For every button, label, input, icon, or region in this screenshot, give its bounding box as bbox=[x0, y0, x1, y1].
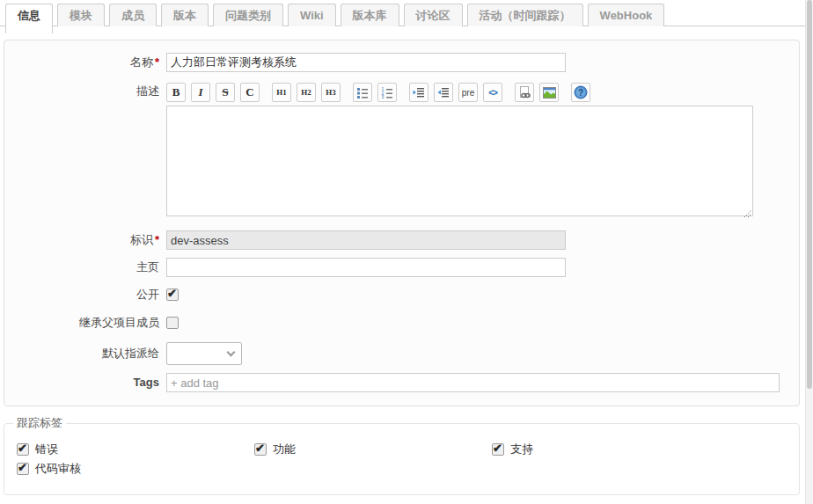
name-input[interactable] bbox=[166, 53, 566, 72]
tracker-support-label: 支持 bbox=[510, 442, 533, 457]
description-row: 描述 B I S C H1 H2 H3 bbox=[4, 82, 799, 230]
ordered-list-icon: 1 2 3 bbox=[381, 86, 393, 99]
ordered-list-button[interactable]: 1 2 3 bbox=[377, 83, 397, 102]
tracker-item-feature[interactable]: 功能 bbox=[254, 442, 492, 457]
inline-code-button[interactable]: C bbox=[240, 83, 260, 102]
tracker-support-checkbox[interactable] bbox=[492, 443, 504, 456]
heading1-button[interactable]: H1 bbox=[272, 83, 291, 102]
tags-input[interactable] bbox=[166, 373, 780, 392]
inherit-members-label: 继承父项目成员 bbox=[4, 316, 166, 330]
help-button[interactable]: ? bbox=[571, 83, 590, 102]
tags-label: Tags bbox=[4, 373, 166, 392]
name-label: 名称* bbox=[4, 53, 166, 72]
tab-webhook[interactable]: WebHook bbox=[588, 4, 665, 26]
tab-members[interactable]: 成员 bbox=[109, 4, 157, 26]
public-row: 公开 bbox=[4, 288, 799, 302]
default-assignee-row: 默认指派给 bbox=[4, 342, 799, 365]
tracker-item-support[interactable]: 支持 bbox=[492, 442, 729, 457]
tracker-bug-checkbox[interactable] bbox=[17, 443, 29, 456]
identifier-label: 标识* bbox=[4, 230, 166, 250]
indent-button[interactable] bbox=[409, 83, 428, 102]
tracker-list: 错误 功能 支持 代码审核 bbox=[17, 442, 738, 480]
bold-button[interactable]: B bbox=[166, 83, 186, 102]
required-asterisk: * bbox=[155, 233, 159, 246]
unordered-list-button[interactable] bbox=[353, 83, 372, 102]
identifier-row: 标识* bbox=[4, 230, 799, 250]
required-asterisk: * bbox=[155, 55, 159, 69]
tracker-code-review-checkbox[interactable] bbox=[17, 463, 29, 475]
unordered-list-icon bbox=[356, 86, 369, 99]
tab-modules[interactable]: 模块 bbox=[57, 4, 105, 26]
strikethrough-button[interactable]: S bbox=[216, 83, 235, 102]
outdent-button[interactable] bbox=[434, 83, 453, 102]
indent-icon bbox=[413, 86, 425, 99]
link-icon bbox=[518, 86, 531, 99]
italic-button[interactable]: I bbox=[191, 83, 210, 102]
scrollbar-thumb[interactable] bbox=[807, 0, 812, 389]
public-checkbox[interactable] bbox=[166, 289, 179, 301]
bold-icon: B bbox=[172, 85, 180, 99]
trackers-legend: 跟踪标签 bbox=[13, 415, 66, 431]
svg-text:3: 3 bbox=[382, 94, 385, 99]
settings-tabs: 信息 模块 成员 版本 问题类别 Wiki 版本库 讨论区 活动（时间跟踪） W… bbox=[0, 0, 805, 26]
identifier-input bbox=[166, 230, 566, 250]
heading1-icon: H1 bbox=[276, 88, 287, 97]
italic-icon: I bbox=[198, 85, 202, 99]
default-assignee-select[interactable] bbox=[166, 342, 242, 365]
code-block-icon: <> bbox=[488, 88, 497, 98]
link-button[interactable] bbox=[515, 83, 534, 102]
heading2-icon: H2 bbox=[301, 88, 311, 97]
tab-activities[interactable]: 活动（时间跟踪） bbox=[467, 4, 583, 26]
image-icon bbox=[543, 87, 556, 99]
heading2-button[interactable]: H2 bbox=[297, 83, 316, 102]
outdent-icon bbox=[437, 86, 450, 99]
default-assignee-label: 默认指派给 bbox=[4, 342, 166, 365]
description-label: 描述 bbox=[4, 82, 166, 101]
homepage-label: 主页 bbox=[4, 258, 166, 277]
description-textarea[interactable] bbox=[166, 106, 753, 216]
tab-repository[interactable]: 版本库 bbox=[341, 4, 399, 26]
description-toolbar: B I S C H1 H2 H3 1 2 bbox=[166, 82, 753, 103]
help-icon: ? bbox=[574, 85, 588, 99]
inherit-members-checkbox[interactable] bbox=[166, 317, 179, 329]
tab-issue-categories[interactable]: 问题类别 bbox=[213, 4, 283, 26]
tracker-code-review-label: 代码审核 bbox=[35, 461, 81, 477]
inherit-members-row: 继承父项目成员 bbox=[4, 316, 799, 330]
tags-row: Tags bbox=[4, 373, 799, 392]
tab-versions[interactable]: 版本 bbox=[161, 4, 209, 26]
public-label: 公开 bbox=[4, 288, 166, 302]
strikethrough-icon: S bbox=[222, 85, 228, 99]
tracker-item-code-review[interactable]: 代码审核 bbox=[17, 461, 254, 477]
tracker-feature-label: 功能 bbox=[273, 442, 296, 457]
homepage-row: 主页 bbox=[4, 258, 799, 277]
homepage-input[interactable] bbox=[166, 258, 566, 277]
inline-code-icon: C bbox=[245, 85, 253, 99]
tracker-feature-checkbox[interactable] bbox=[254, 443, 267, 456]
tab-wiki[interactable]: Wiki bbox=[288, 4, 336, 26]
heading3-icon: H3 bbox=[326, 88, 336, 97]
name-row: 名称* bbox=[4, 53, 799, 72]
tracker-item-bug[interactable]: 错误 bbox=[17, 442, 254, 457]
heading3-button[interactable]: H3 bbox=[321, 83, 341, 102]
trackers-fieldset: 跟踪标签 错误 功能 支持 代码审核 bbox=[4, 415, 800, 495]
project-info-form: 名称* 描述 B I S C H1 H2 H3 bbox=[4, 40, 800, 406]
tab-info[interactable]: 信息 bbox=[5, 4, 53, 33]
tab-forums[interactable]: 讨论区 bbox=[404, 4, 463, 26]
image-button[interactable] bbox=[539, 83, 559, 102]
preformatted-button[interactable]: pre bbox=[458, 83, 478, 102]
page-scrollbar[interactable] bbox=[805, 0, 813, 504]
code-block-button[interactable]: <> bbox=[483, 83, 502, 102]
svg-text:?: ? bbox=[578, 88, 583, 98]
preformatted-icon: pre bbox=[462, 88, 474, 98]
tracker-bug-label: 错误 bbox=[35, 442, 58, 457]
